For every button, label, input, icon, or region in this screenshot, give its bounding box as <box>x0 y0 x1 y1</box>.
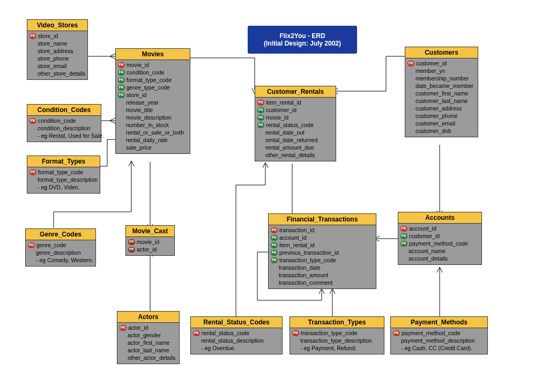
fk-badge: FK <box>271 242 278 248</box>
entity-attribute: PKgenre_code <box>26 241 95 249</box>
attribute-label: rental_amount_due <box>265 144 314 151</box>
entity-attribute: PKmovie_id <box>116 61 190 69</box>
attribute-label: rental_daily_rate <box>126 136 168 144</box>
entity-attribute: PKtransaction_type_code <box>290 329 384 337</box>
title-line2: (Initial Design: July 2002) <box>264 40 341 47</box>
entity-attribute: PKitem_rental_id <box>255 99 336 106</box>
pk-badge: PK <box>193 330 200 336</box>
entity-body: PKpayment_method_codepayment_method_desc… <box>391 328 487 354</box>
attribute-label: customer_dob <box>416 127 451 135</box>
entity-header: Transaction_Types <box>290 317 384 328</box>
attribute-label: format_type_code <box>38 168 83 176</box>
entity-video-stores: Video_Stores PKstore_idstore_namestore_a… <box>27 19 88 80</box>
pk-badge: PK <box>292 330 299 336</box>
attribute-label: movie_description <box>126 114 172 121</box>
attribute-label: rental_status_code <box>266 121 314 129</box>
fk-badge: FK <box>118 85 125 91</box>
pk-badge: PK <box>120 325 127 331</box>
entity-attribute: FKitem_rental_id <box>269 241 376 249</box>
entity-condition-codes: Condition_Codes PKcondition_codeconditio… <box>27 104 101 142</box>
attribute-label: other_actor_details <box>128 354 175 361</box>
entity-attribute: number_in_stock <box>116 121 190 129</box>
attribute-label: release_year <box>126 99 159 106</box>
entity-attribute: rental_daily_rate <box>116 136 190 144</box>
entity-attribute: FKformat_type_code <box>116 76 190 84</box>
attribute-label: format_type_code <box>127 76 172 84</box>
attribute-label: transaction_type_code <box>279 256 336 264</box>
entity-header: Customer_Rentals <box>255 86 336 98</box>
attribute-label: condition_description <box>38 124 91 132</box>
entity-attribute: PKcondition_code <box>27 117 101 124</box>
entity-header: Actors <box>117 312 179 323</box>
attribute-label: movie_id <box>137 238 159 246</box>
entity-attribute: other_store_details <box>27 70 87 77</box>
attribute-label: actor_first_name <box>128 339 169 346</box>
attribute-label: item_rental_id <box>266 99 301 106</box>
entity-attribute: FKcustomer_id <box>398 232 481 240</box>
entity-customer-rentals: Customer_Rentals PKitem_rental_idFKcusto… <box>255 86 336 161</box>
entity-accounts: Accounts PKaccount_idFKcustomer_idFKpaym… <box>398 212 482 265</box>
entity-header: Payment_Methods <box>391 317 487 328</box>
entity-attribute: - eg Cash, CC (Credit Card). <box>391 344 487 352</box>
entity-attribute: FKgenre_type_code <box>116 84 190 91</box>
entity-attribute: movie_title <box>116 106 190 114</box>
entity-attribute: customer_email <box>405 120 478 127</box>
entity-attribute: customer_phone <box>405 112 478 120</box>
entity-attribute: FKaccount_id <box>269 234 376 241</box>
entity-attribute: FKrental_status_code <box>255 121 336 129</box>
entity-customers: Customers PKcustomer_idmember_ynmembersh… <box>405 47 478 137</box>
svg-line-26 <box>440 267 442 272</box>
attribute-label: genre_description <box>36 249 80 256</box>
entity-attribute: FKcustomer_id <box>255 106 336 114</box>
attribute-label: item_rental_id <box>279 241 315 249</box>
entity-attribute: FKcondition_code <box>116 69 190 76</box>
attribute-label: payment_method_code <box>402 329 461 337</box>
entity-attribute: - eg DVD, Video. <box>27 183 100 191</box>
entity-attribute: FKpayment_method_code <box>398 240 481 247</box>
attribute-label: actor_id <box>137 246 157 253</box>
fk-badge: FK <box>257 122 264 128</box>
entity-attribute: store_email <box>27 62 87 70</box>
attribute-label: store_email <box>38 62 66 70</box>
entity-attribute: PKformat_type_code <box>27 168 100 176</box>
attribute-label: customer_last_name <box>416 97 468 105</box>
attribute-label: payment_method_code <box>409 240 468 247</box>
entity-movie-cast: Movie_Cast PFmovie_idPFactor_id <box>125 225 175 256</box>
entity-attribute: PKtransaction_id <box>269 226 376 234</box>
attribute-label: other_rental_details <box>265 151 315 159</box>
entity-attribute: movie_description <box>116 114 190 121</box>
attribute-label: transaction_comment <box>279 279 332 286</box>
pf-badge: PF <box>128 239 135 245</box>
attribute-label: store_address <box>38 47 73 55</box>
entity-header: Genre_Codes <box>26 229 95 240</box>
entity-attribute: rental_or_sale_or_both <box>116 129 190 136</box>
attribute-label: previous_transaction_id <box>279 249 339 256</box>
entity-body: PKformat_type_codeformat_type_descriptio… <box>27 167 100 193</box>
entity-header: Rental_Status_Codes <box>191 317 282 328</box>
pk-badge: PK <box>29 33 36 39</box>
entity-attribute: store_name <box>27 40 87 47</box>
entity-header: Financial_Transactions <box>269 214 376 225</box>
entity-attribute: member_yn <box>405 67 478 75</box>
entity-attribute: account_name <box>398 247 481 255</box>
entity-attribute: PKcustomer_id <box>405 60 478 67</box>
pk-badge: PK <box>271 227 278 233</box>
entity-actors: Actors PKactor_idactor_genderactor_first… <box>117 311 180 364</box>
entity-attribute: FKmovie_id <box>255 114 336 121</box>
svg-line-2 <box>110 56 115 59</box>
entity-body: PKaccount_idFKcustomer_idFKpayment_metho… <box>398 224 481 264</box>
entity-attribute: PFactor_id <box>126 246 174 253</box>
pk-badge: PK <box>28 242 35 248</box>
svg-line-6 <box>131 161 134 166</box>
attribute-label: store_phone <box>38 55 69 62</box>
entity-attribute: date_became_member <box>405 82 478 90</box>
svg-line-23 <box>330 289 332 294</box>
attribute-label: - eg Rental, Used for Sale. <box>38 132 104 139</box>
attribute-label: customer_first_name <box>416 90 468 97</box>
entity-attribute: FKtransaction_type_code <box>269 256 376 264</box>
attribute-label: sale_price <box>126 144 152 151</box>
attribute-label: transaction_type_description <box>300 337 372 344</box>
entity-body: PFmovie_idPFactor_id <box>126 237 174 255</box>
attribute-label: account_id <box>409 225 436 232</box>
svg-line-27 <box>319 289 322 294</box>
